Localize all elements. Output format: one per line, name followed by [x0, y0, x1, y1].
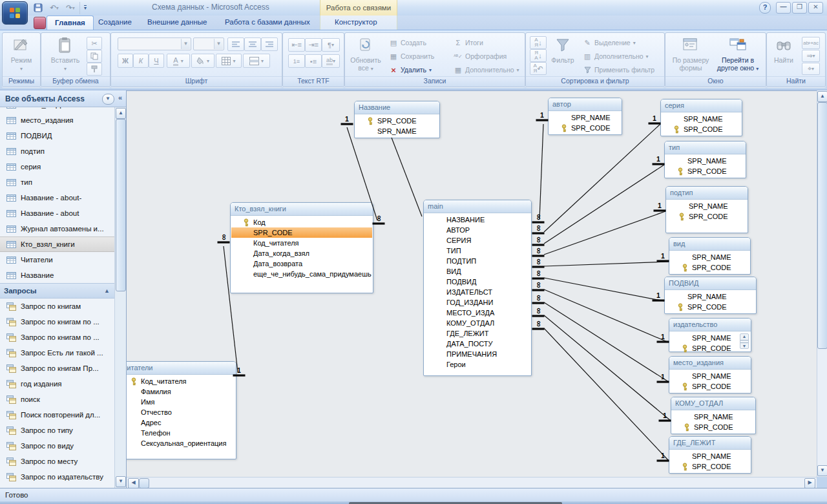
- field-row-Телефон[interactable]: Телефон: [127, 428, 235, 438]
- field-row-SPR_NAME[interactable]: SPR_NAME: [665, 291, 755, 302]
- diagram-table-автор[interactable]: авторSPR_NAMESPR_CODE: [548, 98, 622, 135]
- redo-button[interactable]: ↷▾: [63, 2, 78, 14]
- gridlines-button[interactable]: ▾: [216, 54, 242, 68]
- diagram-table-title[interactable]: Название: [355, 101, 439, 114]
- field-row-SPR_CODE[interactable]: SPR_CODE: [670, 262, 749, 273]
- decrease-indent-button[interactable]: ⇤≡: [288, 38, 305, 52]
- field-row-SPR_NAME[interactable]: SPR_NAME: [670, 333, 750, 343]
- align-left-button[interactable]: [227, 37, 244, 51]
- nav-item-query[interactable]: Поиск повторений дл...: [0, 407, 115, 423]
- close-button[interactable]: ✕: [808, 2, 823, 14]
- field-row-SPR_CODE[interactable]: SPR_CODE: [667, 211, 747, 222]
- filter-button[interactable]: Фильтр: [548, 36, 578, 65]
- diagram-table-title[interactable]: Читатели: [127, 362, 236, 375]
- nav-item-query[interactable]: Запрос по книгам по ...: [0, 330, 115, 345]
- clear-sort-button[interactable]: АЯ↶: [530, 62, 547, 75]
- diagram-table-title[interactable]: серия: [661, 100, 742, 112]
- field-row-ГДЕ_ЛЕЖИТ[interactable]: ГДЕ_ЛЕЖИТ: [424, 328, 530, 339]
- nav-item-query[interactable]: Запрос по типу: [0, 423, 115, 438]
- nav-item-table[interactable]: подтип: [0, 143, 115, 159]
- field-scroll-up-icon[interactable]: ▲: [740, 334, 748, 339]
- diagram-table-title[interactable]: main: [424, 200, 531, 213]
- canvas-scroll-down-icon[interactable]: ▼: [817, 465, 827, 476]
- cut-button[interactable]: ✂: [87, 37, 102, 50]
- alternate-row-color-button[interactable]: ▾: [243, 54, 270, 68]
- diagram-table-title[interactable]: издательство: [669, 319, 751, 331]
- field-row-SPR_NAME[interactable]: SPR_NAME: [662, 114, 741, 124]
- size-to-fit-form-button[interactable]: По размеру формы: [671, 36, 711, 72]
- diagram-table-издательство[interactable]: издательствоSPR_NAMESPR_CODE▲▼: [669, 318, 751, 352]
- goto-button[interactable]: ⇒▾: [802, 50, 820, 62]
- copy-button[interactable]: [87, 50, 102, 63]
- sort-ascending-button[interactable]: АЯ↓: [530, 36, 547, 49]
- switch-windows-button[interactable]: Перейти в другое окно ▾: [716, 36, 760, 72]
- field-row-Код[interactable]: Код: [231, 217, 372, 227]
- refresh-all-button[interactable]: Обновить все ▾: [348, 36, 383, 72]
- field-row-ПОДВИД[interactable]: ПОДВИД: [424, 277, 530, 287]
- field-row-SPR_NAME[interactable]: SPR_NAME: [549, 112, 621, 123]
- nav-item-query[interactable]: Запрос по месту: [0, 454, 115, 469]
- canvas-vscroll-thumb[interactable]: [817, 102, 827, 349]
- field-row-АВТОР[interactable]: АВТОР: [424, 225, 530, 235]
- bullet-list-button[interactable]: •≡: [305, 54, 322, 68]
- nav-item-table[interactable]: КОМУ_ОТДАЛ: [0, 107, 115, 112]
- field-row-ТИП[interactable]: ТИП: [424, 246, 530, 256]
- field-row-SPR_NAME[interactable]: SPR_NAME: [670, 252, 749, 262]
- maximize-button[interactable]: ❐: [792, 2, 807, 14]
- spelling-button[interactable]: ᴬᴮ✓Орфография: [454, 50, 507, 62]
- canvas-vertical-scrollbar[interactable]: ▲ ▼: [817, 90, 827, 477]
- table-field-scrollbar[interactable]: ▲▼: [740, 333, 749, 349]
- toggle-filter-button[interactable]: Применить фильтр: [583, 64, 654, 76]
- field-row-Имя[interactable]: Имя: [127, 397, 235, 407]
- nav-item-table[interactable]: ПОДВИД: [0, 128, 115, 143]
- sort-descending-button[interactable]: ЯА↓: [530, 49, 547, 62]
- field-row-SPR_NAME[interactable]: SPR_NAME: [670, 371, 750, 381]
- diagram-table-title[interactable]: КОМУ_ОТДАЛ: [671, 397, 755, 410]
- field-row-SPR_NAME[interactable]: SPR_NAME: [670, 451, 750, 461]
- field-row-еще_че_нибудь_сама_придумаешь[interactable]: еще_че_нибудь_сама_придумаешь: [231, 269, 372, 279]
- nav-item-query[interactable]: поиск: [0, 392, 115, 407]
- field-row-SPR_CODE[interactable]: SPR_CODE: [355, 116, 439, 126]
- minimize-button[interactable]: —: [776, 2, 791, 14]
- field-row-SPR_NAME[interactable]: SPR_NAME: [665, 156, 745, 166]
- undo-button[interactable]: ↶▾: [47, 2, 61, 14]
- collapse-section-icon[interactable]: ▲: [104, 288, 110, 294]
- numbered-list-button[interactable]: 1≡: [288, 54, 305, 68]
- font-color-button[interactable]: А▾: [167, 54, 190, 68]
- totals-button[interactable]: ΣИтоги: [454, 37, 483, 48]
- nav-item-query[interactable]: Запрос по издательству: [0, 469, 115, 485]
- nav-menu-dropdown-icon[interactable]: ▼: [102, 94, 114, 105]
- access-app-icon[interactable]: [34, 17, 46, 29]
- canvas-hscroll-thumb[interactable]: [139, 478, 149, 488]
- nav-item-table[interactable]: Журнал автозамены и...: [0, 221, 115, 236]
- field-row-НАЗВАНИЕ[interactable]: НАЗВАНИЕ: [424, 215, 530, 225]
- field-row-ГОД_ИЗДАНИ[interactable]: ГОД_ИЗДАНИ: [424, 297, 530, 308]
- field-row-SPR_NAME[interactable]: SPR_NAME: [667, 201, 747, 211]
- field-row-ПРИМЕЧАНИЯ[interactable]: ПРИМЕЧАНИЯ: [424, 349, 530, 359]
- canvas-scroll-up-icon[interactable]: ▲: [817, 91, 827, 102]
- field-row-ДАТА_ПОСТУ[interactable]: ДАТА_ПОСТУ: [424, 339, 530, 349]
- field-row-SPR_CODE[interactable]: SPR_CODE: [665, 166, 745, 176]
- tab-external-data[interactable]: Внешние данные: [140, 16, 215, 29]
- italic-button[interactable]: К: [133, 54, 149, 68]
- diagram-table-title[interactable]: тип: [665, 142, 746, 154]
- field-row-ВИД[interactable]: ВИД: [424, 266, 530, 277]
- nav-item-query[interactable]: Запрос по виду: [0, 438, 115, 454]
- increase-indent-button[interactable]: ⇥≡: [305, 38, 322, 52]
- diagram-table-title[interactable]: Кто_взял_книги: [231, 203, 373, 216]
- field-row-SPR_CODE[interactable]: SPR_CODE: [672, 422, 755, 432]
- canvas-scroll-left-icon[interactable]: ◀: [128, 478, 139, 488]
- diagram-table-title[interactable]: вид: [669, 238, 750, 251]
- navigation-pane-header[interactable]: Все объекты Access ▼ «: [0, 90, 126, 107]
- tab-home[interactable]: Главная: [47, 16, 94, 30]
- nav-item-query[interactable]: Запрос по книгам Пр...: [0, 361, 115, 376]
- diagram-table-title[interactable]: автор: [549, 98, 622, 111]
- text-highlight-button[interactable]: ab▾: [322, 54, 340, 68]
- diagram-table-title[interactable]: ГДЕ_ЛЕЖИТ: [669, 437, 751, 450]
- collapse-pane-icon[interactable]: «: [118, 94, 122, 101]
- format-painter-button[interactable]: [87, 63, 102, 76]
- field-row-Герои[interactable]: Герои: [424, 359, 530, 370]
- find-button[interactable]: Найти: [769, 36, 798, 65]
- field-row-SPR_NAME[interactable]: SPR_NAME: [355, 126, 439, 136]
- field-row-SPR_CODE[interactable]: SPR_CODE: [231, 227, 372, 238]
